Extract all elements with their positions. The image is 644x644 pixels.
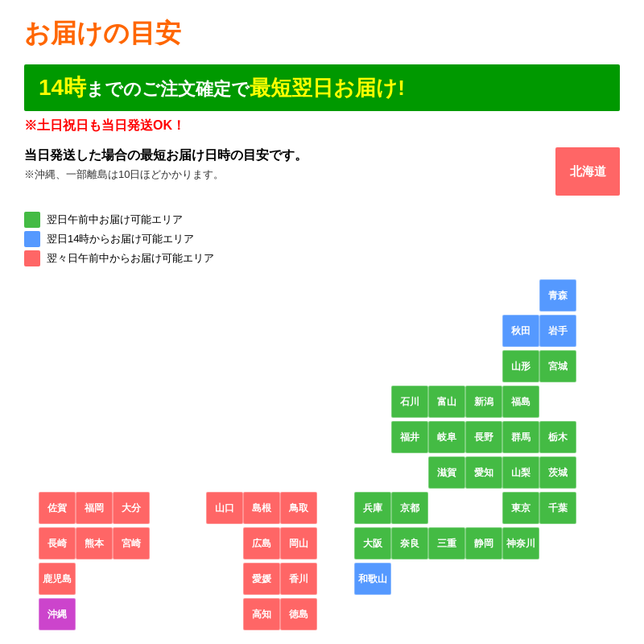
legend-label-blue: 翌日14時からお届け可能エリア xyxy=(47,232,194,246)
banner-highlight1: 14時 xyxy=(39,75,86,100)
map-cell-静岡: 静岡 xyxy=(465,527,502,559)
map-cell-秋田: 秋田 xyxy=(502,315,539,347)
legend-area: 翌日午前中お届け可能エリア 翌日14時からお届け可能エリア 翌々日午前中からお届… xyxy=(24,212,620,266)
map-cell-熊本: 熊本 xyxy=(76,527,113,559)
map-cell-山梨: 山梨 xyxy=(502,456,539,489)
banner: 14時までのご注文確定で最短翌日お届け! xyxy=(24,64,620,111)
map-cell-和歌山: 和歌山 xyxy=(354,563,391,595)
map-cell-佐賀: 佐賀 xyxy=(39,492,76,524)
map-cell-山形: 山形 xyxy=(502,350,539,382)
map-cell-三重: 三重 xyxy=(428,527,465,559)
map-cell-愛媛: 愛媛 xyxy=(243,563,280,595)
map-cell-島根: 島根 xyxy=(243,492,280,524)
japan-map: 青森秋田岩手山形宮城新潟福島群馬栃木富山石川岐阜長野埼玉茨城福井滋賀愛知山梨東京… xyxy=(24,279,620,617)
legend-color-green xyxy=(24,212,40,228)
legend-item-red: 翌々日午前中からお届け可能エリア xyxy=(24,250,620,266)
map-cell-宮崎: 宮崎 xyxy=(113,527,150,559)
map-cell-新潟: 新潟 xyxy=(465,386,502,418)
legend-label-red: 翌々日午前中からお届け可能エリア xyxy=(47,251,214,266)
desc-area: 当日発送した場合の最短お届け日時の目安です。 ※沖縄、一部離島は10日ほどかかり… xyxy=(24,147,620,196)
map-cell-石川: 石川 xyxy=(391,386,428,418)
map-cell-鳥取: 鳥取 xyxy=(280,492,317,524)
map-cell-宮城: 宮城 xyxy=(539,350,576,382)
map-cell-東京: 東京 xyxy=(502,492,539,524)
map-cell-京都: 京都 xyxy=(391,492,428,524)
map-cell-徳島: 徳島 xyxy=(280,598,317,630)
map-cell-岡山: 岡山 xyxy=(280,527,317,559)
desc-main: 当日発送した場合の最短お届け日時の目安です。 xyxy=(24,147,539,164)
map-cell-青森: 青森 xyxy=(539,279,576,312)
map-cell-岐阜: 岐阜 xyxy=(428,421,465,453)
map-cell-福岡: 福岡 xyxy=(76,492,113,524)
sub-note: ※土日祝日も当日発送OK！ xyxy=(24,118,620,134)
map-cell-富山: 富山 xyxy=(428,386,465,418)
map-cell-香川: 香川 xyxy=(280,563,317,595)
desc-sub: ※沖縄、一部離島は10日ほどかかります。 xyxy=(24,167,539,182)
map-cell-岩手: 岩手 xyxy=(539,315,576,347)
map-cell-大阪: 大阪 xyxy=(354,527,391,559)
map-cell-山口: 山口 xyxy=(206,492,243,524)
legend-color-red xyxy=(24,250,40,266)
map-cell-茨城: 茨城 xyxy=(539,456,576,489)
legend-item-green: 翌日午前中お届け可能エリア xyxy=(24,212,620,228)
map-cell-鹿児島: 鹿児島 xyxy=(39,563,76,595)
map-cell-大分: 大分 xyxy=(113,492,150,524)
map-cell-奈良: 奈良 xyxy=(391,527,428,559)
page-title: お届けの目安 xyxy=(24,16,620,52)
map-cell-福井: 福井 xyxy=(391,421,428,453)
legend-item-blue: 翌日14時からお届け可能エリア xyxy=(24,231,620,247)
map-cell-沖縄: 沖縄 xyxy=(39,598,76,630)
hokkaido-box: 北海道 xyxy=(555,147,620,196)
desc-text: 当日発送した場合の最短お届け日時の目安です。 ※沖縄、一部離島は10日ほどかかり… xyxy=(24,147,539,182)
map-cell-福島: 福島 xyxy=(502,386,539,418)
banner-highlight2: 最短翌日お届け! xyxy=(250,76,405,100)
legend-color-blue xyxy=(24,231,40,247)
map-cell-高知: 高知 xyxy=(243,598,280,630)
map-cell-栃木: 栃木 xyxy=(539,421,576,453)
map-cell-愛知: 愛知 xyxy=(465,456,502,489)
legend-label-green: 翌日午前中お届け可能エリア xyxy=(47,213,183,227)
map-cell-長野: 長野 xyxy=(465,421,502,453)
map-cell-神奈川: 神奈川 xyxy=(502,527,539,559)
map-cell-千葉: 千葉 xyxy=(539,492,576,524)
map-cell-滋賀: 滋賀 xyxy=(428,456,465,489)
map-cell-群馬: 群馬 xyxy=(502,421,539,453)
banner-prefix: 14時までのご注文確定で xyxy=(39,79,250,99)
map-cell-広島: 広島 xyxy=(243,527,280,559)
map-cell-長崎: 長崎 xyxy=(39,527,76,559)
map-cell-兵庫: 兵庫 xyxy=(354,492,391,524)
